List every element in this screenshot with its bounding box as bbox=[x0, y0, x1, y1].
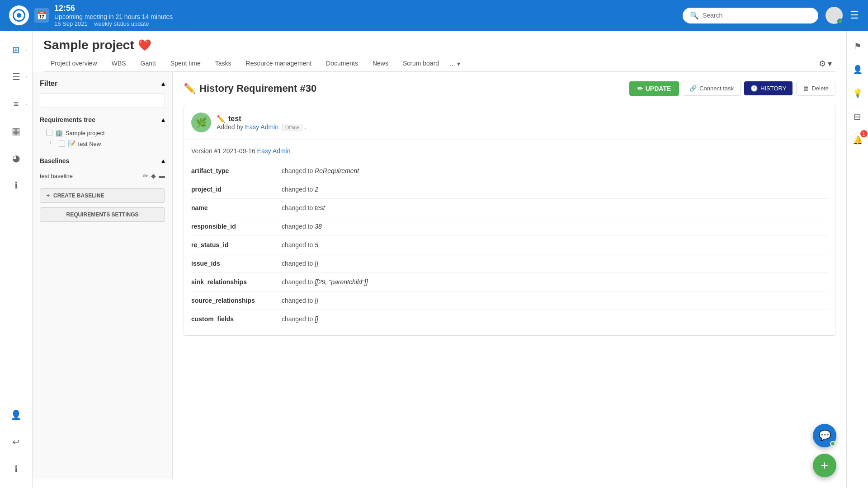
settings-chevron-icon: ▾ bbox=[828, 59, 832, 69]
change-row-responsible-id: responsible_id changed to 38 bbox=[191, 217, 828, 236]
change-row-project-id: project_id changed to 2 bbox=[191, 180, 828, 199]
baseline-edit-button[interactable]: ✏ bbox=[143, 172, 148, 179]
change-text-issue-ids: changed to [] bbox=[282, 260, 318, 267]
sidebar-item-info[interactable]: ℹ bbox=[5, 457, 28, 481]
baseline-remove-button[interactable]: ▬ bbox=[159, 172, 165, 179]
document-icon: ≡ bbox=[14, 99, 19, 109]
tree-item-sample-project[interactable]: ─ 🏢 Sample project bbox=[40, 127, 165, 138]
project-name-text: Sample project bbox=[43, 38, 134, 52]
bulb-button[interactable]: 💡 bbox=[849, 85, 866, 101]
baseline-name: test baseline bbox=[40, 173, 73, 179]
avatar-online-indicator bbox=[837, 19, 843, 24]
change-row-custom-fields: custom_fields changed to [] bbox=[191, 310, 828, 328]
requirements-tree-chevron-icon[interactable]: ▴ bbox=[161, 115, 165, 124]
filter-header: Filter ▴ bbox=[40, 79, 165, 88]
sidebar-item-alert[interactable]: ℹ bbox=[5, 174, 28, 197]
app-logo[interactable] bbox=[9, 5, 29, 25]
change-row-sink-relationships: sink_relationships changed to [[29, "par… bbox=[191, 273, 828, 291]
change-field-custom-fields: custom_fields bbox=[191, 315, 282, 323]
nav-tasks[interactable]: Tasks bbox=[208, 56, 239, 71]
left-sidebar: ⊞ › ☰ › ≡ › ▦ ◕ ℹ 👤 ↩ ℹ bbox=[0, 31, 33, 488]
chat-online-indicator bbox=[830, 441, 835, 446]
change-field-issue-ids: issue_ids bbox=[191, 260, 282, 267]
sidebar-item-bar-chart[interactable]: ▦ bbox=[5, 119, 28, 143]
nav-resource-management[interactable]: Resource management bbox=[239, 56, 319, 71]
current-time: 12:56 bbox=[54, 4, 683, 13]
history-body: Version #1 2021-09-16 Easy Admin artifac… bbox=[184, 140, 835, 335]
update-button[interactable]: ✏ UPDATE bbox=[629, 81, 679, 96]
tree-item-test-new[interactable]: └─ 📝 test New bbox=[40, 138, 165, 149]
tree-label-sample-project: Sample project bbox=[66, 130, 105, 136]
avatar[interactable] bbox=[826, 7, 843, 24]
tree-checkbox-sample-project[interactable] bbox=[46, 130, 52, 136]
search-icon: 🔍 bbox=[690, 11, 699, 20]
version-author-link[interactable]: Easy Admin bbox=[257, 147, 291, 155]
plus-icon: + bbox=[47, 192, 50, 199]
history-clock-icon: 🕐 bbox=[750, 85, 758, 92]
notification-button[interactable]: 🔔 1 bbox=[849, 132, 866, 148]
chat-fab-button[interactable]: 💬 bbox=[813, 424, 836, 447]
chevron-right-icon: › bbox=[25, 102, 27, 107]
history-button[interactable]: 🕐 HISTORY bbox=[744, 81, 793, 95]
tree-emoji-pencil: 📝 bbox=[68, 140, 75, 147]
change-row-artifact-type: artifact_type changed to ReRequirement bbox=[191, 162, 828, 180]
baselines-section: Baselines ▴ test baseline ✏ ◆ ▬ + CREATE… bbox=[40, 156, 165, 222]
calendar-icon[interactable]: 📅 bbox=[34, 8, 49, 23]
bar-chart-icon: ▦ bbox=[12, 126, 20, 136]
change-row-name: name changed to test bbox=[191, 199, 828, 217]
nav-spent-time[interactable]: Spent time bbox=[163, 56, 208, 71]
create-baseline-button[interactable]: + CREATE BASELINE bbox=[40, 188, 165, 203]
tasks-button[interactable]: ⊟ bbox=[849, 108, 866, 125]
flag-icon: ⚑ bbox=[854, 41, 861, 51]
author-name-link[interactable]: Easy Admin bbox=[245, 123, 278, 131]
baseline-item: test baseline ✏ ◆ ▬ bbox=[40, 169, 165, 183]
baseline-actions: ✏ ◆ ▬ bbox=[143, 172, 165, 179]
change-field-source-relationships: source_relationships bbox=[191, 297, 282, 304]
sidebar-item-pie-chart[interactable]: ◕ bbox=[5, 146, 28, 170]
baseline-diamond-button[interactable]: ◆ bbox=[151, 172, 156, 179]
nav-news[interactable]: News bbox=[365, 56, 396, 71]
author-details: ✏️ test Added by Easy Admin Offline . bbox=[217, 115, 306, 131]
filter-input[interactable] bbox=[40, 93, 165, 108]
sidebar-item-add-user[interactable]: 👤 bbox=[5, 403, 28, 427]
gear-icon: ⚙ bbox=[819, 59, 826, 69]
requirement-title: ✏️ History Requirement #30 bbox=[184, 83, 316, 94]
version-row: Version #1 2021-09-16 Easy Admin bbox=[191, 147, 828, 155]
connect-task-button[interactable]: 🔗 Connect task bbox=[683, 81, 741, 96]
add-fab-button[interactable]: + bbox=[813, 454, 836, 477]
filter-chevron-up-icon[interactable]: ▴ bbox=[161, 79, 165, 88]
tree-connector: ─ bbox=[40, 130, 43, 136]
author-info: Added by Easy Admin Offline . bbox=[217, 123, 306, 131]
search-input[interactable] bbox=[703, 12, 811, 19]
settings-gear-button[interactable]: ⚙ ▾ bbox=[819, 59, 832, 69]
pie-chart-icon: ◕ bbox=[12, 153, 20, 164]
nav-more-button[interactable]: ... ▾ bbox=[446, 56, 464, 71]
nav-project-overview[interactable]: Project overview bbox=[43, 56, 104, 71]
sidebar-item-document[interactable]: ≡ › bbox=[5, 92, 28, 116]
logout-icon: ↩ bbox=[12, 436, 20, 447]
user-check-icon: 👤 bbox=[853, 65, 863, 75]
change-text-artifact-type: changed to ReRequirement bbox=[282, 167, 359, 174]
sidebar-item-list[interactable]: ☰ › bbox=[5, 65, 28, 89]
sidebar-item-logout[interactable]: ↩ bbox=[5, 430, 28, 454]
nav-documents[interactable]: Documents bbox=[319, 56, 365, 71]
notification-badge: 1 bbox=[860, 130, 868, 137]
search-box[interactable]: 🔍 bbox=[683, 8, 818, 23]
nav-scrum-board[interactable]: Scrum board bbox=[396, 56, 446, 71]
tree-emoji-building: 🏢 bbox=[55, 129, 63, 136]
top-header: 📅 12:56 Upcoming meeting in 21 hours 14 … bbox=[0, 0, 868, 31]
change-row-source-relationships: source_relationships changed to [] bbox=[191, 291, 828, 310]
nav-gantt[interactable]: Gantt bbox=[133, 56, 163, 71]
tree-checkbox-test-new[interactable] bbox=[59, 141, 65, 147]
change-row-re-status-id: re_status_id changed to 5 bbox=[191, 236, 828, 254]
delete-button[interactable]: 🗑 Delete bbox=[796, 81, 835, 96]
flag-button[interactable]: ⚑ bbox=[849, 38, 866, 54]
requirements-settings-button[interactable]: REQUIREMENTS SETTINGS bbox=[40, 207, 165, 222]
chevron-down-icon: ▾ bbox=[457, 60, 460, 67]
baselines-chevron-icon[interactable]: ▴ bbox=[161, 156, 165, 165]
nav-wbs[interactable]: WBS bbox=[104, 56, 133, 71]
hamburger-menu-icon[interactable]: ☰ bbox=[850, 9, 859, 21]
user-check-button[interactable]: 👤 bbox=[849, 61, 866, 78]
sidebar-item-grid[interactable]: ⊞ › bbox=[5, 38, 28, 61]
requirements-tree-title: Requirements tree bbox=[40, 116, 95, 123]
